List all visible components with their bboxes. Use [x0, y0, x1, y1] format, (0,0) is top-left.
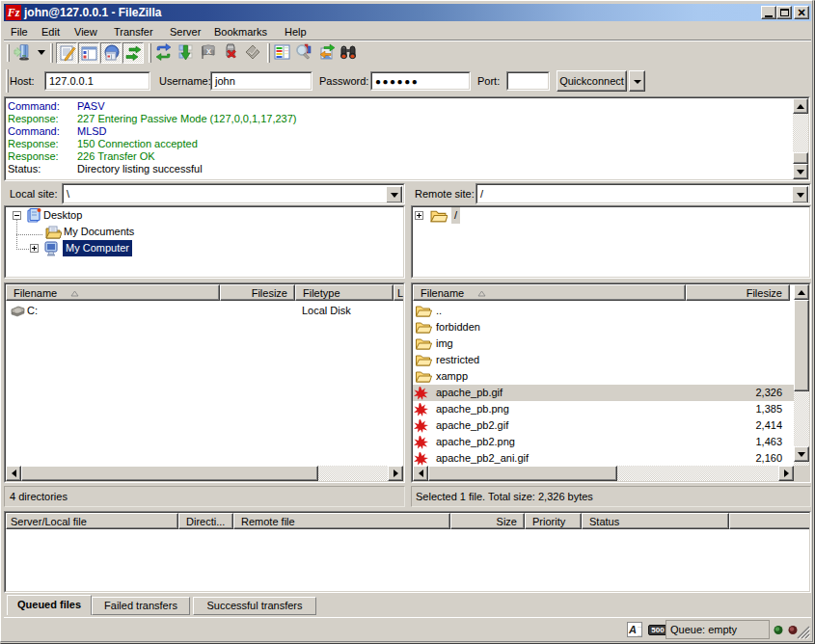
- svg-text:x: x: [206, 46, 211, 56]
